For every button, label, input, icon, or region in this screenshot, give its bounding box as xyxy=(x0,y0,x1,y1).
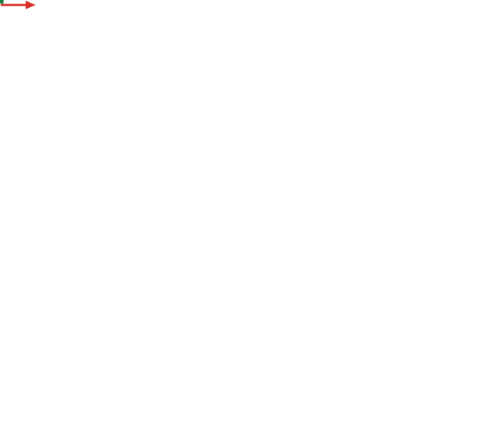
red-arrow-icon xyxy=(0,0,36,10)
svg-marker-1 xyxy=(26,1,36,9)
fill-handle[interactable] xyxy=(0,0,4,4)
selection-outline xyxy=(0,0,3,3)
